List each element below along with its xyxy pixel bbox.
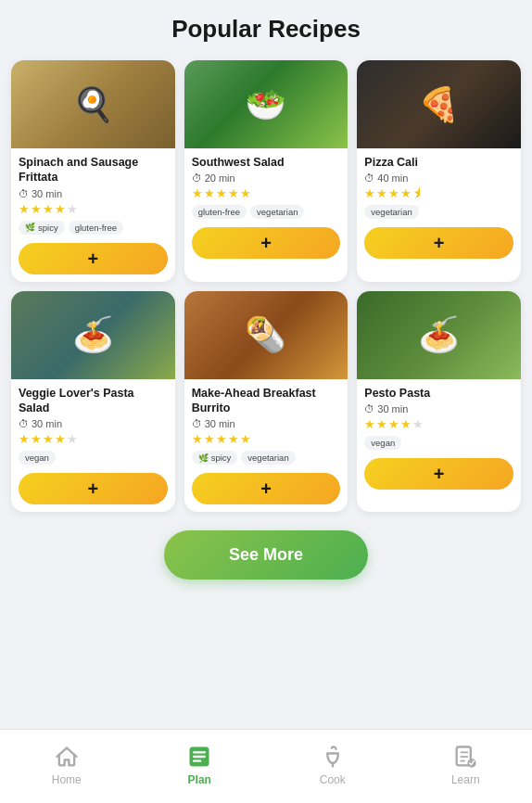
- star-icon: ★: [19, 202, 30, 216]
- recipe-image-2: 🥗: [184, 60, 348, 148]
- star-icon: ★: [240, 432, 251, 446]
- star-icon: ★: [204, 432, 215, 446]
- recipe-stars-5: ★★★★★: [192, 432, 341, 446]
- recipe-card-4: 🍝Veggie Lover's Pasta Salad⏱30 min★★★★★v…: [11, 291, 175, 513]
- nav-home[interactable]: Home: [0, 730, 133, 803]
- star-icon: ★: [400, 186, 412, 200]
- tag-icon: 🌿: [198, 453, 209, 463]
- add-recipe-button-1[interactable]: +: [19, 243, 168, 274]
- recipe-tag: vegan: [364, 436, 401, 450]
- star-icon: ★: [240, 186, 251, 200]
- recipe-card-5: 🌯Make-Ahead Breakfast Burrito⏱30 min★★★★…: [184, 291, 348, 513]
- learn-icon: [452, 744, 478, 770]
- main-content: Popular Recipes 🍳Spinach and Sausage Fri…: [0, 0, 532, 729]
- nav-learn[interactable]: Learn: [399, 730, 533, 803]
- recipe-tag: 🌿spicy: [19, 221, 65, 235]
- page-title: Popular Recipes: [11, 15, 521, 44]
- star-icon: ★: [204, 186, 215, 200]
- clock-icon: ⏱: [19, 418, 29, 429]
- clock-icon: ⏱: [192, 172, 202, 184]
- recipe-tag: vegan: [19, 451, 56, 465]
- recipe-stars-6: ★★★★★: [364, 417, 513, 431]
- star-icon: ★: [364, 417, 375, 431]
- recipe-tag: 🌿spicy: [192, 451, 238, 465]
- recipe-tags-2: gluten-freevegetarian: [192, 205, 341, 219]
- recipe-name-2: Southwest Salad: [192, 155, 341, 170]
- recipe-image-1: 🍳: [11, 60, 175, 148]
- recipe-time-6: ⏱30 min: [364, 403, 513, 414]
- star-icon: ★: [67, 202, 78, 216]
- see-more-container: See More: [11, 530, 521, 580]
- recipe-tag: gluten-free: [192, 205, 247, 219]
- recipe-name-4: Veggie Lover's Pasta Salad: [19, 386, 168, 416]
- star-icon: ★: [31, 432, 42, 446]
- nav-learn-label: Learn: [451, 773, 480, 786]
- recipe-image-5: 🌯: [184, 291, 348, 379]
- recipe-tag: vegetarian: [250, 205, 304, 219]
- clock-icon: ⏱: [364, 403, 374, 414]
- star-icon: ★: [67, 432, 78, 446]
- recipe-tag: vegetarian: [364, 205, 418, 219]
- tag-icon: 🌿: [25, 223, 35, 232]
- recipe-time-3: ⏱40 min: [364, 172, 513, 184]
- cook-icon: [320, 744, 346, 770]
- star-icon: ★: [364, 186, 375, 200]
- star-icon: ⯨: [412, 186, 424, 200]
- recipe-card-1: 🍳Spinach and Sausage Frittata⏱30 min★★★★…: [11, 60, 175, 282]
- clock-icon: ⏱: [192, 418, 202, 429]
- nav-plan-label: Plan: [188, 773, 211, 786]
- recipe-card-6: 🍝Pesto Pasta⏱30 min★★★★★vegan+: [357, 291, 521, 513]
- recipe-time-4: ⏱30 min: [19, 418, 168, 429]
- add-recipe-button-5[interactable]: +: [192, 473, 341, 504]
- recipe-image-3: 🍕: [357, 60, 521, 148]
- recipe-tags-6: vegan: [364, 436, 513, 450]
- star-icon: ★: [31, 202, 42, 216]
- star-icon: ★: [412, 417, 424, 431]
- recipe-name-5: Make-Ahead Breakfast Burrito: [192, 386, 341, 416]
- nav-cook-label: Cook: [320, 773, 346, 786]
- star-icon: ★: [55, 202, 66, 216]
- recipe-tags-3: vegetarian: [364, 205, 513, 219]
- recipe-stars-3: ★★★★⯨: [364, 186, 513, 200]
- recipe-name-6: Pesto Pasta: [364, 386, 513, 401]
- recipe-image-4: 🍝: [11, 291, 175, 379]
- see-more-button[interactable]: See More: [164, 530, 368, 580]
- bottom-nav: Home Plan Cook Learn: [0, 729, 532, 803]
- add-recipe-button-6[interactable]: +: [364, 458, 513, 490]
- recipe-time-5: ⏱30 min: [192, 418, 341, 429]
- recipe-card-3: 🍕Pizza Cali⏱40 min★★★★⯨vegetarian+: [357, 60, 521, 282]
- recipe-tags-5: 🌿spicyvegetarian: [192, 451, 341, 465]
- add-recipe-button-3[interactable]: +: [364, 227, 513, 259]
- nav-cook[interactable]: Cook: [266, 730, 399, 803]
- star-icon: ★: [400, 417, 412, 431]
- star-icon: ★: [43, 432, 54, 446]
- nav-home-label: Home: [52, 773, 82, 786]
- star-icon: ★: [216, 432, 227, 446]
- star-icon: ★: [376, 417, 387, 431]
- star-icon: ★: [228, 186, 239, 200]
- recipe-stars-2: ★★★★★: [192, 186, 341, 200]
- recipe-time-1: ⏱30 min: [19, 188, 168, 199]
- star-icon: ★: [228, 432, 239, 446]
- add-recipe-button-2[interactable]: +: [192, 227, 341, 259]
- star-icon: ★: [192, 186, 203, 200]
- recipe-stars-1: ★★★★★: [19, 202, 168, 216]
- recipe-name-3: Pizza Cali: [364, 155, 513, 170]
- star-icon: ★: [376, 186, 387, 200]
- clock-icon: ⏱: [364, 172, 374, 184]
- star-icon: ★: [19, 432, 30, 446]
- add-recipe-button-4[interactable]: +: [19, 473, 168, 504]
- recipe-tags-4: vegan: [19, 451, 168, 465]
- recipe-tag: vegetarian: [241, 451, 295, 465]
- recipe-tags-1: 🌿spicygluten-free: [19, 221, 168, 235]
- recipe-name-1: Spinach and Sausage Frittata: [19, 155, 168, 185]
- star-icon: ★: [192, 432, 203, 446]
- recipe-stars-4: ★★★★★: [19, 432, 168, 446]
- star-icon: ★: [43, 202, 54, 216]
- star-icon: ★: [55, 432, 66, 446]
- recipe-time-2: ⏱20 min: [192, 172, 341, 184]
- recipe-image-6: 🍝: [357, 291, 521, 379]
- star-icon: ★: [216, 186, 227, 200]
- home-icon: [54, 744, 80, 770]
- nav-plan[interactable]: Plan: [133, 730, 267, 803]
